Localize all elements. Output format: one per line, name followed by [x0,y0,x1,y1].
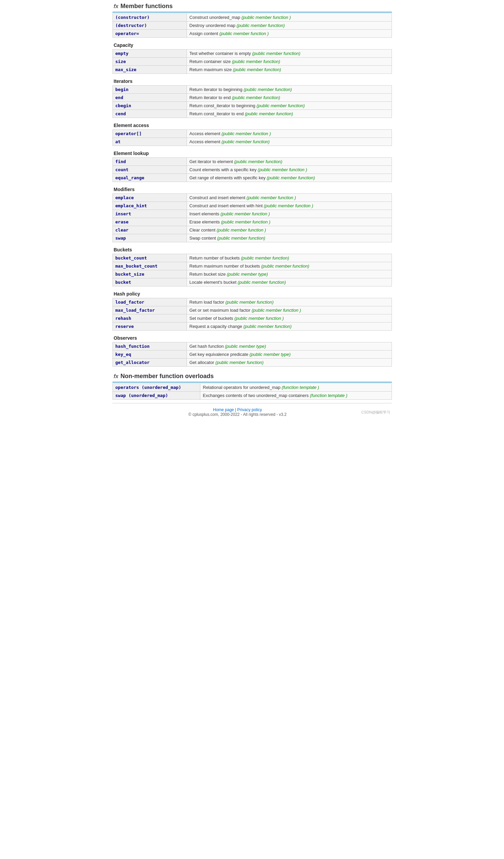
function-tag: (public member function) [241,255,289,260]
fx-icon-2: fx [114,373,119,379]
function-name[interactable]: clear [112,226,187,234]
element-lookup-label: Element lookup [112,147,392,157]
hash-policy-label: Hash policy [112,288,392,298]
function-desc: Exchanges contents of two unordered_map … [200,392,392,400]
table-row: countCount elements with a specific key … [112,166,392,174]
function-name[interactable]: max_bucket_count [112,262,187,270]
function-name[interactable]: emplace [112,194,187,202]
table-row: hash_functionGet hash function (public m… [112,342,392,350]
table-row: key_eqGet key equivalence predicate (pub… [112,350,392,359]
function-name[interactable]: emplace_hint [112,202,187,210]
function-name[interactable]: (constructor) [112,14,187,21]
function-desc: Return maximum size (public member funct… [187,66,392,74]
function-name[interactable]: reserve [112,322,187,331]
function-name[interactable]: swap (unordered_map) [112,392,200,400]
function-name[interactable]: operators (unordered_map) [112,383,200,392]
function-tag: (public member function) [234,159,282,164]
modifiers-label: Modifiers [112,183,392,193]
function-name[interactable]: begin [112,86,187,94]
function-desc: Destroy unordered map (public member fun… [187,21,392,30]
function-name[interactable]: end [112,94,187,102]
table-row: eraseErase elements (public member funct… [112,218,392,226]
function-tag: (public member function ) [217,227,266,232]
function-desc: Swap content (public member function) [187,234,392,242]
function-name[interactable]: load_factor [112,298,187,306]
table-row: operator=Assign content (public member f… [112,30,392,38]
function-name[interactable]: insert [112,210,187,218]
function-name[interactable]: key_eq [112,350,187,359]
function-desc: Get or set maximum load factor (public m… [187,306,392,314]
function-name[interactable]: bucket_count [112,254,187,262]
function-name[interactable]: swap [112,234,187,242]
table-row: bucket_sizeReturn bucket size (public me… [112,270,392,278]
function-name[interactable]: count [112,166,187,174]
function-tag: (public member function ) [247,195,296,200]
function-tag: (public member function ) [221,211,270,216]
function-name[interactable]: max_load_factor [112,306,187,314]
function-desc: Return number of buckets (public member … [187,254,392,262]
function-tag: (public member function) [267,175,315,180]
function-tag: (function template ) [310,393,347,398]
function-tag: (public member type) [250,352,290,357]
function-name[interactable]: find [112,158,187,166]
function-name[interactable]: cbegin [112,102,187,110]
table-row: (destructor)Destroy unordered map (publi… [112,21,392,30]
function-desc: Return container size (public member fun… [187,58,392,66]
function-name[interactable]: bucket [112,278,187,286]
table-row: operators (unordered_map)Relational oper… [112,383,392,392]
table-row: endReturn iterator to end (public member… [112,94,392,102]
footer-links[interactable]: Home page | Privacy policy [213,407,262,412]
member-functions-header: fx Member functions [112,0,392,13]
function-name[interactable]: erase [112,218,187,226]
function-name[interactable]: max_size [112,66,187,74]
function-desc: Relational operators for unordered_map (… [200,383,392,392]
function-tag: (public member function ) [241,15,291,20]
function-tag: (public member function ) [221,220,270,224]
non-member-title: Non-member function overloads [121,373,214,380]
function-desc: Count elements with a specific key (publ… [187,166,392,174]
function-tag: (public member function) [261,263,310,269]
function-name[interactable]: equal_range [112,174,187,182]
modifiers-table: emplaceConstruct and insert element (pub… [112,193,392,242]
function-name[interactable]: operator[] [112,130,187,138]
function-desc: Get range of elements with specific key … [187,174,392,182]
table-row: rehashSet number of buckets (public memb… [112,314,392,322]
function-desc: Erase elements (public member function ) [187,218,392,226]
function-desc: Return maximum number of buckets (public… [187,262,392,270]
function-name[interactable]: size [112,58,187,66]
footer-center: Home page | Privacy policy © cplusplus.c… [189,407,287,417]
table-row: operator[]Access element (public member … [112,130,392,138]
function-name[interactable]: empty [112,49,187,58]
table-row: emptyTest whether container is empty (pu… [112,49,392,58]
function-name[interactable]: at [112,138,187,146]
table-row: sizeReturn container size (public member… [112,58,392,66]
function-desc: Get iterator to element (public member f… [187,158,392,166]
table-row: swapSwap content (public member function… [112,234,392,242]
function-name[interactable]: rehash [112,314,187,322]
function-desc: Return iterator to beginning (public mem… [187,86,392,94]
function-desc: Get hash function (public member type) [187,342,392,350]
function-desc: Insert elements (public member function … [187,210,392,218]
function-tag: (public member function) [252,51,300,56]
function-tag: (public member type) [225,344,266,349]
table-row: findGet iterator to element (public memb… [112,158,392,166]
function-name[interactable]: get_allocator [112,359,187,367]
function-name[interactable]: bucket_size [112,270,187,278]
buckets-label: Buckets [112,244,392,254]
function-name[interactable]: (destructor) [112,21,187,30]
function-tag: (public member function ) [258,167,308,172]
function-tag: (public member function) [245,111,293,116]
function-tag: (public member function) [243,324,292,329]
function-name[interactable]: operator= [112,30,187,38]
table-row: bucket_countReturn number of buckets (pu… [112,254,392,262]
fx-icon: fx [114,3,119,10]
function-desc: Assign content (public member function ) [187,30,392,38]
element-lookup-table: findGet iterator to element (public memb… [112,157,392,182]
function-tag: (public member function) [238,280,286,285]
function-name[interactable]: hash_function [112,342,187,350]
function-desc: Return iterator to end (public member fu… [187,94,392,102]
table-row: beginReturn iterator to beginning (publi… [112,86,392,94]
non-member-header: fx Non-member function overloads [112,370,392,382]
function-tag: (public member function ) [222,131,271,136]
function-name[interactable]: cend [112,110,187,118]
